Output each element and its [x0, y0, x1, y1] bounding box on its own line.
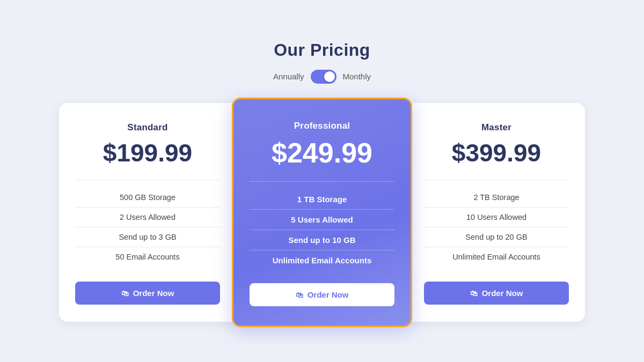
standard-plan-price: $199.99 — [103, 139, 192, 167]
master-features: 2 TB Storage 10 Users Allowed Send up to… — [424, 188, 569, 269]
master-cta-label: Order Now — [482, 289, 523, 298]
professional-card: Professional $249.99 1 TB Storage 5 User… — [232, 98, 412, 327]
list-item: Unlimited Email Accounts — [424, 247, 569, 267]
bag-icon: 🛍 — [121, 289, 129, 298]
list-item: 500 GB Storage — [75, 188, 220, 208]
standard-plan-name: Standard — [127, 122, 167, 133]
standard-card: Standard $199.99 500 GB Storage 2 Users … — [59, 103, 236, 322]
professional-features: 1 TB Storage 5 Users Allowed Send up to … — [250, 189, 394, 270]
master-order-button[interactable]: 🛍 Order Now — [424, 282, 569, 305]
monthly-label: Monthly — [343, 72, 371, 81]
professional-divider — [250, 181, 394, 182]
annually-label: Annually — [273, 72, 304, 81]
pricing-cards: Standard $199.99 500 GB Storage 2 Users … — [59, 103, 585, 322]
standard-features: 500 GB Storage 2 Users Allowed Send up t… — [75, 188, 220, 269]
bag-icon: 🛍 — [470, 289, 478, 298]
professional-plan-price: $249.99 — [272, 138, 372, 168]
list-item: 10 Users Allowed — [424, 208, 569, 227]
standard-divider — [75, 180, 220, 180]
standard-cta-label: Order Now — [133, 289, 174, 298]
bag-icon: 🛍 — [296, 291, 303, 299]
list-item: Send up to 10 GB — [250, 230, 394, 250]
list-item: 2 Users Allowed — [75, 208, 220, 227]
list-item: 50 Email Accounts — [75, 247, 220, 267]
page-title: Our Pricing — [274, 40, 370, 60]
list-item: 5 Users Allowed — [250, 210, 394, 230]
standard-order-button[interactable]: 🛍 Order Now — [75, 282, 220, 305]
list-item: Unlimited Email Accounts — [250, 250, 394, 270]
master-card: Master $399.99 2 TB Storage 10 Users All… — [408, 103, 585, 322]
list-item: 1 TB Storage — [250, 189, 394, 210]
professional-plan-name: Professional — [294, 121, 350, 131]
billing-toggle[interactable] — [311, 70, 336, 84]
billing-toggle-row: Annually Monthly — [273, 70, 371, 84]
list-item: Send up to 3 GB — [75, 227, 220, 247]
professional-cta-label: Order Now — [308, 290, 349, 299]
list-item: Send up to 20 GB — [424, 227, 569, 247]
list-item: 2 TB Storage — [424, 188, 569, 208]
professional-order-button[interactable]: 🛍 Order Now — [250, 283, 394, 306]
master-plan-name: Master — [481, 122, 511, 133]
master-divider — [424, 180, 569, 180]
master-plan-price: $399.99 — [452, 139, 541, 167]
